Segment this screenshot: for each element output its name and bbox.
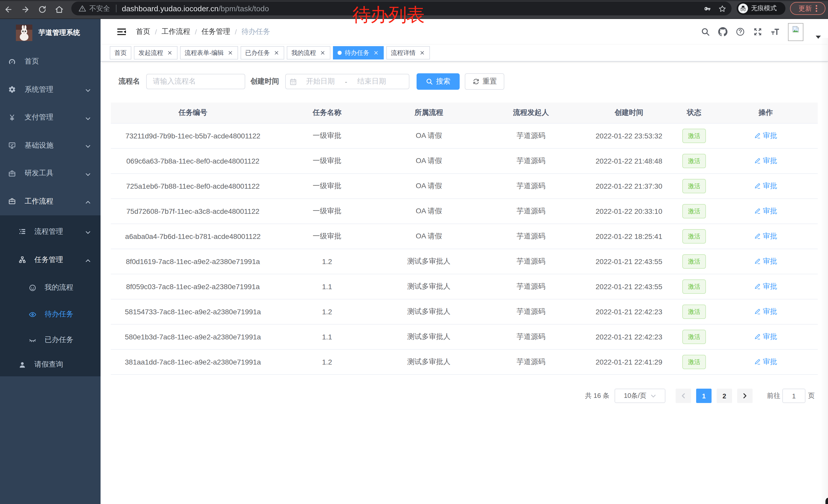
approve-link[interactable]: 审批 xyxy=(754,307,777,316)
approve-label: 审批 xyxy=(763,232,777,241)
sidebar-item-系统管理[interactable]: 系统管理 xyxy=(0,76,100,103)
tab-待办任务[interactable]: 待办任务 xyxy=(333,46,384,59)
start-date-placeholder[interactable]: 开始日期 xyxy=(299,77,342,86)
breadcrumb-item-任务管理[interactable]: 任务管理 xyxy=(202,27,230,36)
tab-close-icon[interactable] xyxy=(373,50,379,56)
eye-icon xyxy=(28,310,36,318)
sidebar-toggle-hamburger-icon[interactable] xyxy=(117,27,127,37)
breadcrumb-item-首页[interactable]: 首页 xyxy=(136,27,150,36)
tab-我的流程[interactable]: 我的流程 xyxy=(287,46,330,59)
tab-流程表单-编辑[interactable]: 流程表单-编辑 xyxy=(180,46,238,59)
create-time-cell: 2022-01-21 22:41:29 xyxy=(583,358,675,366)
security-label[interactable]: 不安全 xyxy=(89,4,110,13)
sidebar-item-工作流程[interactable]: 工作流程 xyxy=(0,187,100,215)
status-badge-active: 激活 xyxy=(682,279,706,294)
tab-已办任务[interactable]: 已办任务 xyxy=(241,46,284,59)
approve-link[interactable]: 审批 xyxy=(754,282,777,291)
end-date-placeholder[interactable]: 结束日期 xyxy=(350,77,394,86)
create-time-cell: 2022-01-21 22:42:23 xyxy=(583,308,675,316)
approve-link[interactable]: 审批 xyxy=(754,357,777,367)
tags-view: 首页发起流程流程表单-编辑已办任务我的流程待办任务流程详情 xyxy=(100,45,828,61)
sidebar-item-我的流程[interactable]: 我的流程 xyxy=(0,274,100,302)
annotation-todo-list: 待办列表 xyxy=(353,3,424,28)
approve-link[interactable]: 审批 xyxy=(754,257,777,266)
browser-forward-icon[interactable] xyxy=(19,3,31,16)
sidebar-item-流程管理[interactable]: 流程管理 xyxy=(0,217,100,245)
approve-link[interactable]: 审批 xyxy=(754,131,777,140)
prev-page-button[interactable] xyxy=(676,388,691,403)
tab-发起流程[interactable]: 发起流程 xyxy=(134,46,177,59)
page-size-select[interactable]: 10条/页 xyxy=(615,388,665,403)
approve-link[interactable]: 审批 xyxy=(754,232,777,241)
browser-update-button[interactable]: 更新 xyxy=(790,2,825,15)
tab-close-icon[interactable] xyxy=(320,50,326,56)
help-question-icon[interactable] xyxy=(732,19,749,45)
table-row: 069c6a63-7b8a-11ec-8ef0-acde48001122一级审批… xyxy=(111,149,818,174)
sidebar-item-请假查询[interactable]: 请假查询 xyxy=(0,353,100,376)
sidebar-logo[interactable]: 芋道管理系统 xyxy=(0,19,100,46)
starter-cell: 芋道源码 xyxy=(479,156,583,166)
header-search-icon[interactable] xyxy=(697,19,714,45)
github-icon[interactable] xyxy=(714,19,732,45)
approve-link[interactable]: 审批 xyxy=(754,207,777,216)
next-page-button[interactable] xyxy=(737,388,753,403)
edit-pen-icon xyxy=(754,258,761,265)
search-button[interactable]: 搜索 xyxy=(417,73,460,90)
tab-close-icon[interactable] xyxy=(167,50,173,56)
task-id-cell: 725a1eb6-7b88-11ec-8ef0-acde48001122 xyxy=(111,182,275,190)
page-button-1[interactable]: 1 xyxy=(696,388,711,403)
sidebar-item-待办任务[interactable]: 待办任务 xyxy=(0,302,100,327)
browser-back-icon[interactable] xyxy=(2,3,14,16)
tab-close-icon[interactable] xyxy=(274,50,280,56)
approve-link[interactable]: 审批 xyxy=(754,182,777,191)
sidebar-item-支付管理[interactable]: 支付管理 xyxy=(0,103,100,132)
approve-link[interactable]: 审批 xyxy=(754,156,777,166)
starter-cell: 芋道源码 xyxy=(479,332,583,341)
browser-reload-icon[interactable] xyxy=(36,3,48,16)
sidebar-item-首页[interactable]: 首页 xyxy=(0,48,100,76)
sidebar-item-研发工具[interactable]: 研发工具 xyxy=(0,159,100,187)
column-header-任务编号: 任务编号 xyxy=(111,108,275,118)
tab-流程详情[interactable]: 流程详情 xyxy=(386,46,430,59)
status-badge-active: 激活 xyxy=(682,305,706,319)
face-icon xyxy=(28,283,36,292)
incognito-icon xyxy=(738,4,748,13)
process-name-input[interactable]: 请输入流程名 xyxy=(146,74,245,89)
sidebar-item-已办任务[interactable]: 已办任务 xyxy=(0,327,100,353)
task-id-cell: 8f059c03-7ac8-11ec-a9e2-a2380e71991a xyxy=(111,282,275,291)
font-size-icon[interactable] xyxy=(767,19,784,45)
filter-name-label: 流程名 xyxy=(119,77,140,86)
page-button-2[interactable]: 2 xyxy=(717,388,732,403)
create-time-range-picker[interactable]: 开始日期 - 结束日期 xyxy=(285,74,409,89)
reset-button[interactable]: 重置 xyxy=(465,73,504,90)
column-header-流程发起人: 流程发起人 xyxy=(479,108,583,118)
avatar-caret-down-icon[interactable] xyxy=(816,34,821,39)
status-badge-active: 激活 xyxy=(682,355,706,369)
tab-close-icon[interactable] xyxy=(419,50,425,56)
browser-home-icon[interactable] xyxy=(53,3,65,16)
status-badge-active: 激活 xyxy=(682,129,706,143)
broken-image-icon xyxy=(788,23,803,41)
user-avatar[interactable] xyxy=(788,23,803,41)
browser-menu-kebab-icon[interactable] xyxy=(816,5,817,12)
status-cell: 激活 xyxy=(675,254,714,269)
url-text[interactable]: dashboard.yudao.iocoder.cn/bpm/task/todo xyxy=(122,4,269,13)
edit-pen-icon xyxy=(754,133,761,139)
breadcrumb-item-工作流程[interactable]: 工作流程 xyxy=(162,27,190,36)
password-key-icon[interactable] xyxy=(703,4,711,12)
tab-首页[interactable]: 首页 xyxy=(110,46,131,59)
bookmark-star-icon[interactable] xyxy=(718,4,727,12)
approve-link[interactable]: 审批 xyxy=(754,332,777,341)
table-row: 580e1b3d-7ac8-11ec-a9e2-a2380e71991a1.1测… xyxy=(111,325,818,350)
tab-close-icon[interactable] xyxy=(227,50,234,56)
edit-pen-icon xyxy=(754,233,761,240)
fullscreen-icon[interactable] xyxy=(749,19,767,45)
process-name-placeholder: 请输入流程名 xyxy=(153,77,196,86)
chevron-down-icon xyxy=(85,171,91,176)
org-icon xyxy=(18,256,26,264)
status-badge-active: 激活 xyxy=(682,154,706,168)
process-cell: OA 请假 xyxy=(379,156,479,166)
sidebar-item-任务管理[interactable]: 任务管理 xyxy=(0,245,100,274)
sidebar-item-基础设施[interactable]: 基础设施 xyxy=(0,132,100,159)
goto-page-input[interactable]: 1 xyxy=(782,388,805,403)
